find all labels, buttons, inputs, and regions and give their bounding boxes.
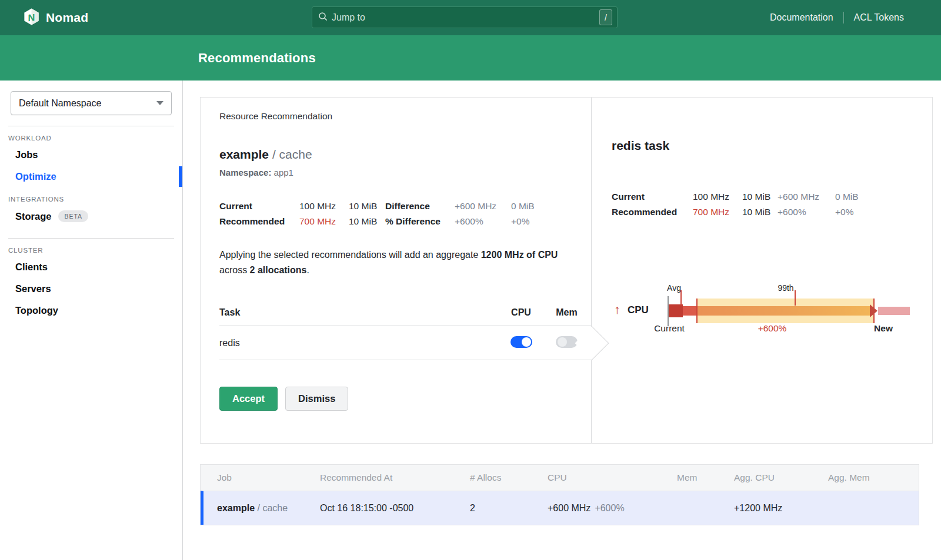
namespace-select-value: Default Namespace: [19, 98, 156, 109]
stat-label: Current: [219, 201, 299, 212]
stat-pct-diff-mem: +0%: [511, 216, 591, 227]
recommendation-row-selected[interactable]: example / cache Oct 16 18:15:00 -0500 2 …: [201, 491, 919, 525]
row-job-name: example: [217, 503, 255, 513]
stat-diff-mem: 0 MiB: [835, 192, 932, 202]
column-header-agg-cpu: Agg. CPU: [734, 472, 828, 483]
stat-label: Current: [612, 192, 693, 202]
job-name: example: [219, 147, 269, 161]
recommendation-summary-pane: Resource Recommendation example / cache …: [201, 98, 592, 443]
namespace-select[interactable]: Default Namespace: [11, 91, 172, 115]
stat-pct-diff-cpu: +600%: [455, 216, 511, 227]
nomad-brand[interactable]: N Nomad: [24, 8, 88, 28]
task-group-name: cache: [279, 147, 312, 161]
search-input[interactable]: [332, 12, 599, 23]
summary-alloc-count: 2 allocations: [250, 265, 307, 275]
p99-tick: [795, 290, 796, 306]
content-area: Default Namespace WORKLOAD Jobs Optimize…: [0, 81, 941, 560]
search-icon: [318, 12, 328, 24]
main-panel: Resource Recommendation example / cache …: [183, 81, 941, 560]
card-eyebrow: Resource Recommendation: [219, 111, 591, 122]
stat-diff-cpu: +600 MHz: [455, 201, 511, 212]
row-job-separator: /: [258, 503, 260, 513]
task-detail-title: redis task: [612, 139, 932, 153]
namespace-line: Namespace: app1: [219, 167, 591, 177]
stat-label: Recommended: [219, 216, 299, 227]
namespace-value: app1: [274, 167, 293, 177]
dismiss-button[interactable]: Dismiss: [285, 387, 348, 411]
acl-tokens-link[interactable]: ACL Tokens: [854, 12, 904, 23]
job-separator: /: [272, 147, 276, 161]
sidebar-item-clients[interactable]: Clients: [0, 256, 182, 278]
toggle-knob: [558, 337, 567, 347]
mem-toggle[interactable]: [556, 336, 578, 348]
avg-label: Avg: [667, 283, 681, 293]
column-header-cpu: CPU: [548, 472, 677, 483]
p99-label: 99th: [778, 283, 793, 293]
chart-bar-area: Avg 99th Current: [663, 283, 910, 339]
stat-pct-diff-cpu: +600%: [778, 207, 835, 217]
new-value-bar: [878, 307, 910, 315]
percentile-band: [696, 299, 874, 323]
sidebar-item-optimize[interactable]: Optimize: [0, 166, 182, 187]
stat-current-mem: 10 MiB: [742, 192, 778, 202]
cpu-column-header: CPU: [500, 307, 542, 318]
sidebar-item-storage[interactable]: StorageBETA: [0, 205, 182, 227]
sidebar-item-jobs[interactable]: Jobs: [0, 144, 182, 166]
sidebar-item-topology[interactable]: Topology: [0, 300, 182, 321]
stat-diff-label: Difference: [385, 201, 455, 212]
stat-label: Recommended: [612, 207, 693, 217]
nav-links-divider: [843, 12, 844, 24]
recommendations-table: Job Recommended At # Allocs CPU Mem Agg.…: [200, 464, 919, 525]
stat-recommended-mem: 10 MiB: [742, 207, 778, 217]
column-header-mem: Mem: [677, 472, 734, 483]
current-label: Current: [654, 323, 685, 334]
task-column-header: Task: [219, 307, 500, 318]
summary-cpu-total: 1200 MHz of CPU: [481, 250, 558, 260]
accept-button[interactable]: Accept: [219, 387, 278, 411]
row-job-cell: example / cache: [203, 503, 320, 514]
summary-text: .: [307, 265, 309, 275]
summary-text: across: [219, 265, 250, 275]
page-title: Recommendations: [198, 51, 316, 66]
page-header: Recommendations: [0, 35, 941, 81]
nomad-logo-icon: N: [24, 8, 39, 28]
stat-current-cpu: 100 MHz: [693, 192, 742, 202]
chevron-down-icon: [156, 101, 163, 105]
jump-to-searchbox[interactable]: /: [312, 6, 618, 28]
documentation-link[interactable]: Documentation: [770, 12, 833, 23]
stat-current-cpu: 100 MHz: [299, 201, 349, 212]
row-task-group: cache: [262, 503, 288, 513]
svg-text:N: N: [28, 11, 35, 22]
task-row: redis: [219, 326, 592, 360]
sidebar-section-workload: WORKLOAD: [8, 135, 182, 142]
sidebar: Default Namespace WORKLOAD Jobs Optimize…: [0, 81, 183, 560]
column-header-job: Job: [201, 472, 320, 483]
nomad-ui-page: N Nomad / Documentation ACL Tokens Recom…: [0, 0, 941, 560]
column-header-allocs: # Allocs: [470, 472, 548, 483]
stats-table: Current 100 MHz 10 MiB Difference +600 M…: [219, 201, 591, 227]
beta-badge: BETA: [58, 210, 88, 222]
stat-recommended-cpu: 700 MHz: [299, 216, 349, 227]
current-value-block: [669, 304, 683, 317]
mem-column-header: Mem: [542, 307, 592, 318]
card-actions: Accept Dismiss: [219, 387, 591, 411]
top-nav-links: Documentation ACL Tokens: [770, 12, 904, 24]
summary-text: Applying the selected recommendations wi…: [219, 250, 481, 260]
slash-shortcut-badge: /: [599, 9, 612, 25]
stat-diff-mem: 0 MiB: [511, 201, 591, 212]
band-left-tick: [696, 299, 698, 323]
delta-pct-label: +600%: [758, 323, 787, 334]
column-header-agg-mem: Agg. Mem: [828, 472, 919, 483]
row-alloc-count: 2: [470, 503, 548, 514]
task-table-header: Task CPU Mem: [219, 307, 592, 326]
recommendations-table-header: Job Recommended At # Allocs CPU Mem Agg.…: [201, 465, 919, 491]
avg-tick: [680, 290, 682, 306]
task-detail-pane: redis task Current 100 MHz 10 MiB +600 M…: [592, 98, 932, 443]
sidebar-item-servers[interactable]: Servers: [0, 278, 182, 300]
sidebar-divider: [8, 126, 174, 126]
sidebar-section-integrations: INTEGRATIONS: [8, 196, 182, 203]
new-value-arrow-icon: [870, 304, 877, 317]
row-cpu-delta-pct: +600%: [595, 503, 624, 513]
row-cpu-cell: +600 MHz+600%: [548, 503, 677, 514]
cpu-toggle[interactable]: [510, 336, 532, 348]
